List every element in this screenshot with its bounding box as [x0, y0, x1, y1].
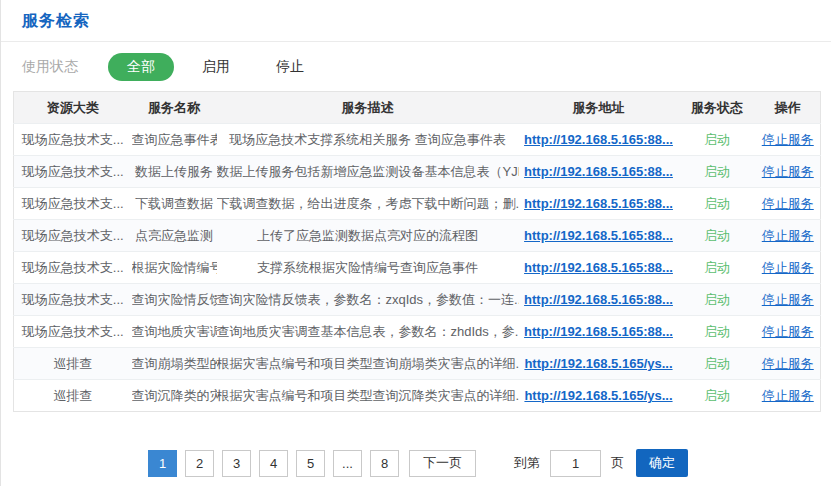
filter-option-stopped[interactable]: 停止 [276, 58, 304, 76]
service-url-link[interactable]: http://192.168.5.165/ys... [524, 356, 672, 371]
cell-status: 启动 [679, 348, 756, 380]
table-body: 现场应急技术支... 查询应急事件表 现场应急技术支撑系统相关服务 查询应急事件… [14, 124, 821, 412]
service-url-link[interactable]: http://192.168.5.165:88... [524, 260, 673, 275]
table-row: 巡排查 查询崩塌类型的... 根据灾害点编号和项目类型查询崩塌类灾害点的详细..… [14, 348, 821, 380]
cell-service-name: 根据灾险情编号... [132, 252, 217, 284]
cell-action: 停止服务 [756, 252, 821, 284]
cell-status: 启动 [679, 252, 756, 284]
cell-service-name: 查询崩塌类型的... [132, 348, 217, 380]
status-badge: 启动 [704, 132, 730, 147]
cell-action: 停止服务 [756, 156, 821, 188]
status-badge: 启动 [704, 164, 730, 179]
cell-service-name: 查询灾险情反馈... [132, 284, 217, 316]
status-badge: 启动 [704, 228, 730, 243]
cell-category: 现场应急技术支... [14, 220, 132, 252]
cell-service-url: http://192.168.5.165:88... [519, 156, 679, 188]
cell-service-url: http://192.168.5.165:88... [519, 316, 679, 348]
cell-description: 查询地质灾害调查基本信息表，参数名：zhdIds，参... [217, 316, 519, 348]
filter-label: 使用状态 [22, 58, 78, 76]
cell-description: 查询灾险情反馈表，参数名：zxqIds，参数值：一连... [217, 284, 519, 316]
page-title: 服务检索 [22, 12, 90, 29]
cell-description: 根据灾害点编号和项目类型查询崩塌类灾害点的详细... [217, 348, 519, 380]
page-header: 服务检索 [1, 0, 831, 42]
status-badge: 启动 [704, 196, 730, 211]
cell-action: 停止服务 [756, 316, 821, 348]
cell-action: 停止服务 [756, 380, 821, 412]
service-url-link[interactable]: http://192.168.5.165:88... [524, 164, 673, 179]
stop-service-link[interactable]: 停止服务 [762, 196, 814, 211]
cell-service-url: http://192.168.5.165/ys... [519, 380, 679, 412]
service-search-panel: 服务检索 使用状态 全部 启用 停止 资源大类 服务名称 服务描述 服务地址 服… [0, 0, 831, 486]
goto-page-label: 到第 [514, 454, 540, 472]
cell-status: 启动 [679, 124, 756, 156]
services-table: 资源大类 服务名称 服务描述 服务地址 服务状态 操作 现场应急技术支... 查… [13, 91, 821, 412]
table-row: 现场应急技术支... 下载调查数据 下载调查数据，给出进度条，考虑下载中断问题；… [14, 188, 821, 220]
column-header-url: 服务地址 [519, 92, 679, 124]
column-header-category: 资源大类 [14, 92, 132, 124]
page-button[interactable]: ... [333, 450, 362, 477]
page-button[interactable]: 3 [222, 450, 251, 477]
filter-option-enabled[interactable]: 启用 [202, 58, 230, 76]
cell-service-url: http://192.168.5.165:88... [519, 124, 679, 156]
pagination-pages: 1 2 3 4 5 ... 8 [144, 450, 403, 477]
cell-description: 根据灾害点编号和项目类型查询沉降类灾害点的详细... [217, 380, 519, 412]
cell-category: 现场应急技术支... [14, 156, 132, 188]
column-header-status: 服务状态 [679, 92, 756, 124]
stop-service-link[interactable]: 停止服务 [762, 324, 814, 339]
stop-service-link[interactable]: 停止服务 [762, 164, 814, 179]
status-badge: 启动 [704, 388, 730, 403]
cell-category: 现场应急技术支... [14, 252, 132, 284]
table-row: 现场应急技术支... 根据灾险情编号... 支撑系统根据灾险情编号查询应急事件 … [14, 252, 821, 284]
status-badge: 启动 [704, 260, 730, 275]
service-url-link[interactable]: http://192.168.5.165:88... [524, 132, 673, 147]
goto-page-input[interactable] [550, 450, 601, 477]
pagination: 1 2 3 4 5 ... 8 下一页 到第 页 确定 [1, 449, 831, 477]
table-header: 资源大类 服务名称 服务描述 服务地址 服务状态 操作 [14, 92, 821, 124]
stop-service-link[interactable]: 停止服务 [762, 228, 814, 243]
cell-action: 停止服务 [756, 188, 821, 220]
page-button[interactable]: 1 [148, 450, 177, 477]
cell-description: 现场应急技术支撑系统相关服务 查询应急事件表 [217, 124, 519, 156]
status-filter-bar: 使用状态 全部 启用 停止 [1, 42, 831, 91]
cell-description: 数据上传服务包括新增应急监测设备基本信息表（YJB... [217, 156, 519, 188]
cell-description: 上传了应急监测数据点亮对应的流程图 [217, 220, 519, 252]
cell-service-url: http://192.168.5.165:88... [519, 220, 679, 252]
filter-option-all[interactable]: 全部 [108, 53, 174, 81]
column-header-name: 服务名称 [132, 92, 217, 124]
status-badge: 启动 [704, 292, 730, 307]
cell-category: 现场应急技术支... [14, 188, 132, 220]
cell-status: 启动 [679, 156, 756, 188]
service-url-link[interactable]: http://192.168.5.165:88... [524, 196, 673, 211]
table-row: 现场应急技术支... 点亮应急监测 上传了应急监测数据点亮对应的流程图 http… [14, 220, 821, 252]
page-button[interactable]: 4 [259, 450, 288, 477]
stop-service-link[interactable]: 停止服务 [762, 292, 814, 307]
cell-status: 启动 [679, 316, 756, 348]
cell-action: 停止服务 [756, 348, 821, 380]
cell-service-name: 查询地质灾害调... [132, 316, 217, 348]
status-badge: 启动 [704, 324, 730, 339]
cell-service-name: 点亮应急监测 [132, 220, 217, 252]
stop-service-link[interactable]: 停止服务 [762, 388, 814, 403]
stop-service-link[interactable]: 停止服务 [762, 260, 814, 275]
service-url-link[interactable]: http://192.168.5.165:88... [524, 228, 673, 243]
cell-service-url: http://192.168.5.165:88... [519, 284, 679, 316]
table-row: 现场应急技术支... 查询灾险情反馈... 查询灾险情反馈表，参数名：zxqId… [14, 284, 821, 316]
cell-status: 启动 [679, 220, 756, 252]
stop-service-link[interactable]: 停止服务 [762, 132, 814, 147]
cell-action: 停止服务 [756, 124, 821, 156]
service-url-link[interactable]: http://192.168.5.165:88... [524, 324, 673, 339]
page-button[interactable]: 2 [185, 450, 214, 477]
confirm-button[interactable]: 确定 [636, 449, 688, 477]
next-page-button[interactable]: 下一页 [409, 450, 476, 477]
page-button[interactable]: 5 [296, 450, 325, 477]
status-badge: 启动 [704, 356, 730, 371]
service-url-link[interactable]: http://192.168.5.165:88... [524, 292, 673, 307]
column-header-description: 服务描述 [217, 92, 519, 124]
cell-service-name: 查询应急事件表 [132, 124, 217, 156]
column-header-action: 操作 [756, 92, 821, 124]
page-button[interactable]: 8 [370, 450, 399, 477]
cell-service-url: http://192.168.5.165:88... [519, 188, 679, 220]
stop-service-link[interactable]: 停止服务 [762, 356, 814, 371]
cell-status: 启动 [679, 380, 756, 412]
service-url-link[interactable]: http://192.168.5.165/ys... [524, 388, 672, 403]
